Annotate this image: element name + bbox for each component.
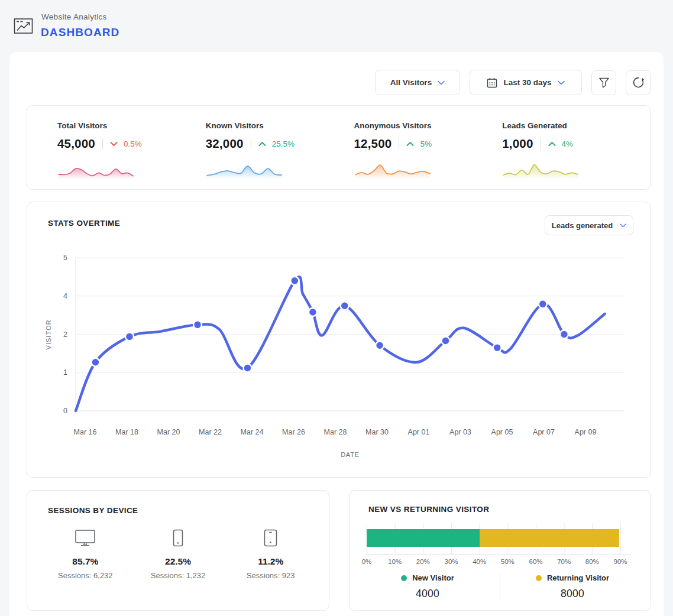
y-tick-label: 4	[63, 292, 67, 300]
x-tick-label: Mar 26	[282, 428, 305, 436]
chart-data-point[interactable]	[341, 301, 349, 310]
divider	[399, 138, 399, 149]
x-axis-title: DATE	[341, 451, 360, 458]
chevron-down-icon	[558, 80, 565, 85]
bar-segment-returning-visitor[interactable]	[480, 529, 619, 547]
kpi-change: 25.5%	[272, 140, 295, 148]
chart-data-point[interactable]	[243, 364, 251, 372]
x-tick-label: Mar 16	[74, 428, 97, 436]
legend-item-new-visitor: New Visitor 4000	[355, 573, 500, 600]
trend-down-icon	[110, 141, 118, 147]
device-item-mobile: 22.5% Sessions: 1,232	[132, 527, 225, 580]
desktop-icon	[74, 527, 96, 549]
device-percent: 85.7%	[72, 556, 98, 567]
bar-tick-label: 70%	[554, 558, 574, 565]
chart-data-point[interactable]	[290, 277, 299, 285]
chart-data-point[interactable]	[309, 308, 317, 316]
refresh-button[interactable]	[626, 70, 651, 95]
kpi-change: 0.5%	[124, 140, 142, 148]
refresh-icon	[632, 76, 645, 89]
device-sessions: Sessions: 1,232	[151, 571, 206, 580]
device-percent: 11.2%	[258, 556, 283, 567]
kpi-sparkline	[502, 158, 579, 180]
chart-data-point[interactable]	[493, 343, 501, 352]
filter-button[interactable]	[591, 70, 616, 95]
kpi-sparkline	[57, 158, 134, 180]
y-tick-label: 2	[63, 330, 67, 339]
chart-data-point[interactable]	[441, 337, 449, 345]
trend-up-icon	[548, 141, 556, 147]
bar-tick-label: 90%	[610, 558, 630, 565]
device-percent: 22.5%	[165, 556, 191, 567]
toolbar: All Visitors Last 30 days	[375, 70, 651, 95]
bar-axis-ticks: 0%10%20%30%40%50%60%70%80%90%	[367, 558, 631, 566]
date-range-value: Last 30 days	[503, 78, 551, 87]
page-title: DASHBOARD	[41, 26, 119, 39]
chart-data-point[interactable]	[376, 341, 384, 349]
main-panel: All Visitors Last 30 days	[9, 52, 664, 616]
stacked-bar[interactable]	[367, 529, 619, 547]
kpi-total-visitors: Total Visitors 45,000 0.5%	[57, 121, 206, 189]
visitors-line-chart[interactable]: 01245Mar 16Mar 18Mar 20Mar 22Mar 24Mar 2…	[27, 202, 652, 478]
trend-up-icon	[258, 141, 266, 147]
bar-tick-label: 10%	[385, 558, 405, 565]
y-axis-title: VISITOR	[45, 320, 52, 350]
sessions-by-device-card: SESSIONS BY DEVICE 85.7% Sessions: 6,232	[27, 490, 329, 611]
kpi-value: 32,000	[206, 137, 244, 151]
x-tick-label: Mar 28	[324, 428, 347, 436]
chart-legend: New Visitor 4000 Returning Visitor 8000	[355, 573, 645, 600]
date-range-dropdown[interactable]: Last 30 days	[470, 70, 582, 95]
kpi-label: Known Visitors	[206, 121, 354, 130]
x-tick-label: Mar 30	[365, 428, 389, 436]
chart-data-point[interactable]	[91, 358, 99, 367]
kpi-value: 1,000	[502, 137, 533, 151]
visitor-filter-dropdown[interactable]: All Visitors	[375, 70, 460, 95]
bar-tick-label: 80%	[582, 558, 602, 565]
kpi-known-visitors: Known Visitors 32,000 25.5%	[206, 121, 354, 189]
new-vs-returning-card: NEW VS RETURNING VISITOR 0%10%20%30%40%5…	[349, 490, 651, 611]
kpi-change: 5%	[420, 140, 432, 148]
app-header: Website Analytics DASHBOARD	[0, 0, 673, 52]
chart-data-point[interactable]	[125, 332, 134, 341]
chart-data-point[interactable]	[539, 300, 547, 308]
y-tick-label: 0	[63, 407, 67, 415]
divider	[102, 138, 103, 149]
x-tick-label: Mar 24	[241, 428, 264, 436]
legend-label: Returning Visitor	[547, 573, 609, 582]
kpi-value: 12,500	[354, 137, 392, 151]
device-item-desktop: 85.7% Sessions: 6,232	[39, 527, 132, 580]
x-tick-label: Apr 09	[575, 428, 597, 436]
bar-tick-label: 30%	[441, 558, 461, 565]
chart-line	[76, 277, 605, 411]
kpi-sparkline	[354, 158, 431, 180]
kpi-leads-generated: Leads Generated 1,000 4%	[502, 121, 651, 189]
bar-tick-label: 60%	[526, 558, 546, 565]
kpi-label: Total Visitors	[57, 121, 206, 130]
visitor-stacked-bar-chart[interactable]	[367, 523, 631, 556]
kpi-anonymous-visitors: Anonymous Visitors 12,500 5%	[354, 121, 503, 189]
chevron-down-icon	[438, 80, 445, 85]
tablet-icon	[264, 527, 277, 549]
x-tick-label: Mar 20	[157, 428, 180, 436]
y-tick-label: 1	[63, 368, 67, 377]
legend-value: 4000	[416, 588, 439, 600]
calendar-icon	[487, 77, 497, 88]
legend-value: 8000	[561, 588, 584, 600]
bar-tick-label: 40%	[470, 558, 490, 565]
legend-item-returning-visitor: Returning Visitor 8000	[500, 573, 645, 600]
x-tick-label: Mar 22	[199, 428, 222, 436]
funnel-icon	[598, 76, 610, 89]
trend-up-icon	[406, 141, 414, 147]
divider	[251, 138, 251, 149]
device-sessions: Sessions: 6,232	[58, 571, 113, 580]
chart-data-point[interactable]	[560, 330, 568, 339]
x-tick-label: Mar 18	[115, 428, 138, 436]
kpi-value: 45,000	[57, 137, 95, 151]
section-title-new-vs-returning: NEW VS RETURNING VISITOR	[368, 505, 489, 514]
mobile-icon	[173, 527, 183, 549]
legend-dot-returning-visitor	[536, 575, 542, 581]
bar-tick-label: 0%	[357, 558, 377, 565]
bar-tick-label: 20%	[413, 558, 433, 565]
chart-data-point[interactable]	[193, 320, 202, 329]
bar-segment-new-visitor[interactable]	[367, 529, 480, 547]
